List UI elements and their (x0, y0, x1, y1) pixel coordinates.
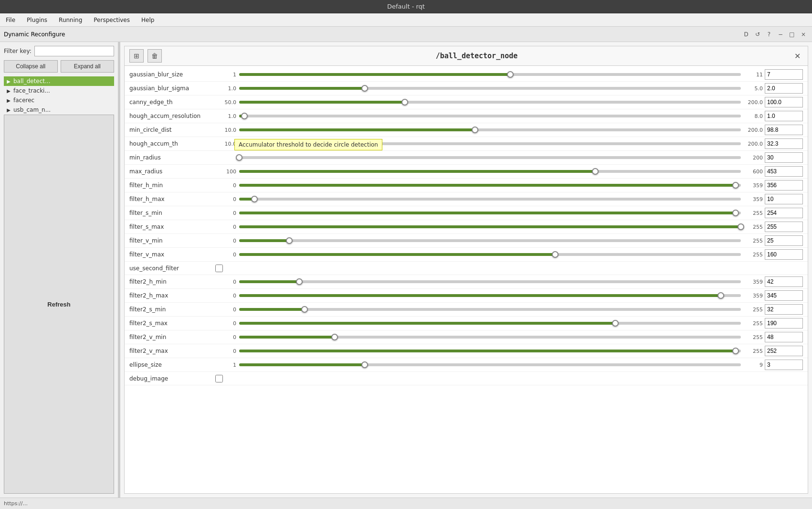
slider-container-filter_s_max[interactable] (239, 223, 741, 231)
slider-thumb-filter2_s_min[interactable] (301, 306, 308, 313)
menu-running[interactable]: Running (57, 16, 84, 24)
param-value-input-filter2_v_max[interactable] (765, 346, 803, 356)
slider-thumb-filter2_v_min[interactable] (331, 334, 338, 340)
slider-thumb-filter_v_max[interactable] (552, 251, 559, 258)
slider-thumb-filter_h_max[interactable] (251, 196, 258, 202)
param-row-filter_v_min: filter_v_min0255 (125, 234, 808, 248)
slider-container-gaussian_blur_sigma[interactable] (239, 85, 741, 92)
slider-thumb-filter_s_min[interactable] (732, 210, 739, 216)
slider-container-filter2_v_min[interactable] (239, 333, 741, 341)
slider-container-filter_v_min[interactable] (239, 237, 741, 244)
param-value-input-filter_h_max[interactable] (765, 194, 803, 204)
sidebar-item-ball-detect[interactable]: ▶ ball_detect... (4, 76, 114, 86)
app-container: Dynamic Reconfigure D ↺ ? − □ × Filter k… (0, 27, 812, 509)
icon-d[interactable]: D (741, 30, 751, 39)
slider-thumb-gaussian_blur_size[interactable] (507, 71, 514, 78)
sidebar-item-usb-cam[interactable]: ▶ usb_cam_n... (4, 105, 114, 115)
slider-container-filter_h_min[interactable] (239, 181, 741, 189)
slider-thumb-min_radius[interactable] (236, 154, 243, 161)
slider-thumb-filter_v_min[interactable] (286, 237, 293, 244)
param-value-input-filter_h_min[interactable] (765, 180, 803, 191)
param-value-input-filter_s_max[interactable] (765, 222, 803, 232)
filter-key-input[interactable] (34, 46, 114, 56)
slider-thumb-filter_h_min[interactable] (732, 182, 739, 189)
param-checkbox-use_second_filter[interactable] (215, 265, 223, 272)
icon-minimize[interactable]: − (776, 30, 785, 39)
slider-container-filter2_h_max[interactable] (239, 292, 741, 299)
slider-container-max_radius[interactable] (239, 168, 741, 175)
param-min-filter_s_max: 0 (215, 224, 239, 230)
slider-thumb-filter2_h_min[interactable] (296, 278, 303, 285)
param-value-input-min_circle_dist[interactable] (765, 125, 803, 135)
slider-container-filter2_s_max[interactable] (239, 319, 741, 327)
delete-panel-button[interactable]: 🗑 (148, 49, 162, 63)
slider-thumb-filter_s_max[interactable] (738, 223, 744, 230)
slider-container-hough_accum_th[interactable] (239, 140, 741, 148)
slider-container-filter_v_max[interactable] (239, 251, 741, 258)
param-value-input-gaussian_blur_sigma[interactable] (765, 83, 803, 94)
menu-perspectives[interactable]: Perspectives (92, 16, 132, 24)
slider-thumb-hough_accum_th[interactable] (296, 140, 303, 147)
slider-container-filter2_s_min[interactable] (239, 306, 741, 313)
param-value-input-filter_v_max[interactable] (765, 249, 803, 260)
slider-container-min_radius[interactable] (239, 154, 741, 161)
param-value-input-min_radius[interactable] (765, 152, 803, 163)
param-value-input-hough_accum_resolution[interactable] (765, 111, 803, 121)
param-max-filter_s_max: 255 (741, 224, 765, 230)
menu-help[interactable]: Help (139, 16, 156, 24)
slider-thumb-min_circle_dist[interactable] (472, 127, 478, 133)
param-value-input-ellipse_size[interactable] (765, 360, 803, 370)
slider-thumb-max_radius[interactable] (592, 168, 599, 175)
slider-thumb-filter2_v_max[interactable] (732, 348, 739, 354)
slider-thumb-ellipse_size[interactable] (361, 361, 368, 368)
app-header: Dynamic Reconfigure D ↺ ? − □ × (0, 27, 812, 42)
param-value-input-filter_v_min[interactable] (765, 235, 803, 246)
refresh-button[interactable]: Refresh (4, 115, 114, 494)
param-value-input-filter2_s_min[interactable] (765, 304, 803, 315)
menu-plugins[interactable]: Plugins (25, 16, 49, 24)
param-value-input-filter2_v_min[interactable] (765, 332, 803, 342)
slider-thumb-filter2_s_max[interactable] (612, 320, 619, 327)
slider-container-filter2_v_max[interactable] (239, 347, 741, 355)
menu-file[interactable]: File (4, 16, 17, 24)
slider-container-min_circle_dist[interactable] (239, 126, 741, 134)
expand-all-button[interactable]: Expand all (61, 60, 115, 73)
param-value-input-gaussian_blur_size[interactable] (765, 69, 803, 80)
collapse-panel-button[interactable]: ⊞ (129, 49, 144, 63)
param-row-filter_s_min: filter_s_min0255 (125, 206, 808, 220)
icon-maximize[interactable]: □ (787, 30, 797, 39)
slider-thumb-filter2_h_max[interactable] (717, 292, 724, 299)
slider-container-filter2_h_min[interactable] (239, 278, 741, 286)
param-value-input-max_radius[interactable] (765, 166, 803, 177)
slider-thumb-canny_edge_th[interactable] (401, 99, 408, 106)
chevron-right-icon-2: ▶ (6, 88, 11, 94)
slider-container-filter_s_min[interactable] (239, 209, 741, 217)
param-value-input-filter2_h_min[interactable] (765, 276, 803, 287)
close-panel-button[interactable]: ✕ (791, 50, 803, 62)
slider-container-canny_edge_th[interactable] (239, 98, 741, 106)
param-value-input-filter_s_min[interactable] (765, 208, 803, 218)
icon-help[interactable]: ? (764, 30, 774, 39)
slider-container-filter_h_max[interactable] (239, 195, 741, 203)
param-value-input-canny_edge_th[interactable] (765, 97, 803, 107)
param-row-gaussian_blur_sigma: gaussian_blur_sigma1.05.0 (125, 82, 808, 95)
param-value-input-hough_accum_th[interactable] (765, 138, 803, 149)
icon-refresh[interactable]: ↺ (753, 30, 762, 39)
slider-container-ellipse_size[interactable] (239, 361, 741, 369)
sidebar-item-facerec[interactable]: ▶ facerec (4, 95, 114, 105)
param-name-use_second_filter: use_second_filter (129, 265, 215, 272)
param-max-filter2_h_max: 359 (741, 293, 765, 299)
icon-close[interactable]: × (799, 30, 808, 39)
sidebar-item-face-tracki[interactable]: ▶ face_tracki... (4, 86, 114, 95)
slider-thumb-gaussian_blur_sigma[interactable] (361, 85, 368, 92)
param-min-canny_edge_th: 50.0 (215, 99, 239, 106)
param-max-filter2_h_min: 359 (741, 279, 765, 285)
param-max-filter_v_min: 255 (741, 238, 765, 244)
param-checkbox-debug_image[interactable] (215, 375, 223, 382)
collapse-all-button[interactable]: Collapse all (4, 60, 58, 73)
param-value-input-filter2_h_max[interactable] (765, 290, 803, 301)
param-value-input-filter2_s_max[interactable] (765, 318, 803, 329)
slider-container-hough_accum_resolution[interactable] (239, 112, 741, 120)
slider-container-gaussian_blur_size[interactable] (239, 71, 741, 78)
slider-thumb-hough_accum_resolution[interactable] (241, 113, 248, 119)
